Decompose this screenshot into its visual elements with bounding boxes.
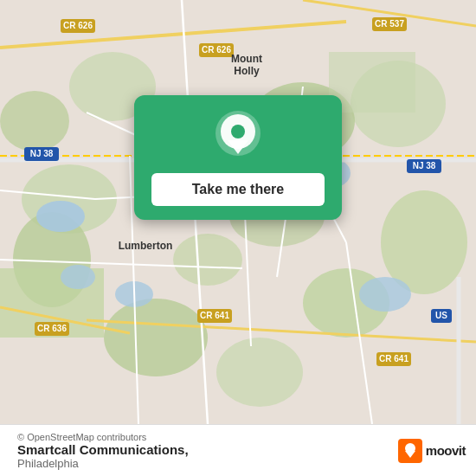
location-pin-icon xyxy=(215,111,261,163)
bottom-bar: © OpenStreetMap contributors Smartcall C… xyxy=(0,424,476,476)
svg-point-4 xyxy=(104,299,208,376)
svg-text:CR 641: CR 641 xyxy=(379,354,408,363)
svg-point-5 xyxy=(216,338,303,407)
attribution-text: © OpenStreetMap contributors xyxy=(17,432,146,442)
moovit-logo: moovit xyxy=(398,439,466,463)
svg-text:US: US xyxy=(435,311,447,320)
svg-point-11 xyxy=(0,91,69,151)
svg-point-19 xyxy=(359,277,411,312)
svg-text:Lumberton: Lumberton xyxy=(119,240,173,252)
moovit-icon xyxy=(398,439,422,463)
svg-point-15 xyxy=(36,201,85,232)
location-name: Smartcall Communications, xyxy=(17,442,189,457)
svg-text:NJ 38: NJ 38 xyxy=(30,149,54,158)
svg-text:CR 641: CR 641 xyxy=(200,311,229,320)
popup-card: Take me there xyxy=(134,95,342,220)
take-me-there-button[interactable]: Take me there xyxy=(151,173,325,206)
location-city: Philadelphia xyxy=(17,457,79,470)
svg-point-62 xyxy=(231,125,245,138)
map-container: CR 626 CR 626 CR 537 NJ 38 NJ 38 CR 641 … xyxy=(0,0,476,424)
svg-text:Mount: Mount xyxy=(231,53,262,65)
svg-text:NJ 38: NJ 38 xyxy=(413,161,436,170)
svg-text:CR 636: CR 636 xyxy=(37,324,67,333)
bottom-info: © OpenStreetMap contributors Smartcall C… xyxy=(17,432,398,470)
svg-point-16 xyxy=(61,265,95,289)
moovit-text: moovit xyxy=(426,443,466,458)
svg-text:CR 626: CR 626 xyxy=(202,45,231,55)
svg-point-13 xyxy=(173,234,242,286)
svg-text:CR 537: CR 537 xyxy=(375,19,404,29)
svg-text:CR 626: CR 626 xyxy=(63,21,93,30)
svg-rect-12 xyxy=(329,52,415,113)
svg-text:Holly: Holly xyxy=(234,65,260,77)
